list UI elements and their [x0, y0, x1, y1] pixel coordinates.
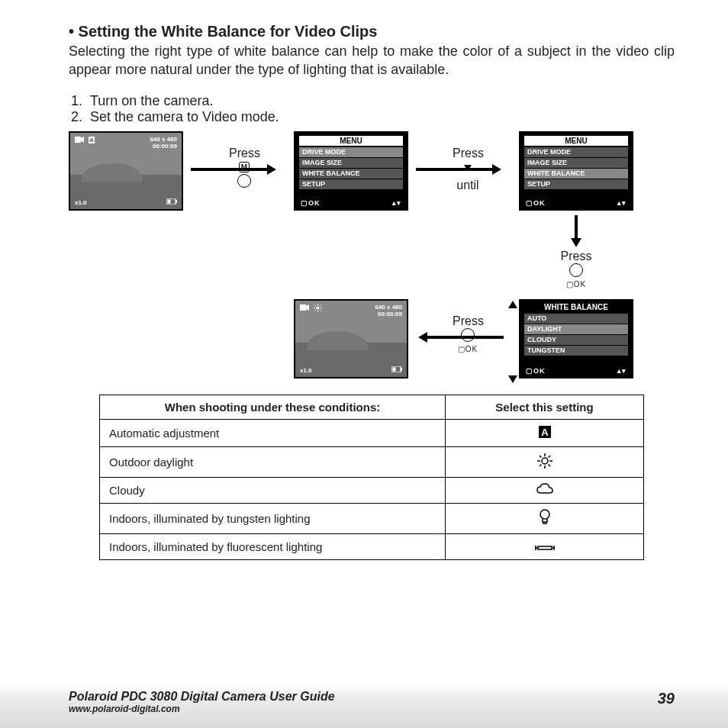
menu-item: AUTO	[524, 314, 628, 324]
svg-text:A: A	[541, 427, 549, 438]
up-triangle-icon	[508, 298, 517, 311]
svg-line-11	[320, 310, 321, 311]
arrow-icon	[427, 336, 504, 339]
zoom-level: x1.0	[75, 199, 87, 206]
menu-item: WHITE BALANCE	[299, 169, 403, 179]
auto-wb-icon: A	[89, 137, 95, 143]
section-heading: • Setting the White Balance for Video Cl…	[69, 23, 675, 40]
page-number: 39	[658, 690, 675, 728]
svg-point-19	[542, 458, 548, 464]
footer-title: Polaroid PDC 3080 Digital Camera User Gu…	[69, 690, 335, 704]
nav-icon: ▴▾	[392, 199, 401, 207]
fluorescent-icon	[533, 541, 556, 554]
condition-cell: Indoors, illuminated by fluorescent ligh…	[100, 534, 446, 560]
ok-label: ▢OK	[526, 367, 546, 375]
svg-line-13	[320, 304, 321, 306]
rec-time: 00:00:09	[375, 311, 402, 318]
lcd-video-preview: A 640 x 480 00:00:09 x1.0	[69, 131, 183, 211]
arrow-icon	[575, 215, 578, 238]
svg-rect-15	[401, 368, 402, 371]
svg-line-12	[315, 310, 317, 311]
menu-item: TUNGSTEN	[524, 346, 628, 356]
arrow-icon	[191, 168, 267, 171]
nav-icon: ▴▾	[617, 367, 627, 375]
svg-rect-30	[538, 546, 552, 549]
table-row: Indoors, illuminated by fluorescent ligh…	[100, 534, 644, 560]
svg-line-26	[540, 464, 542, 466]
nav-icon: ▴▾	[617, 199, 627, 207]
svg-rect-16	[393, 367, 396, 371]
bulb-icon	[539, 509, 551, 528]
rec-time: 00:00:09	[150, 143, 177, 150]
battery-icon	[166, 198, 177, 206]
menu-item: SETUP	[524, 179, 628, 189]
icon-cell	[446, 446, 644, 477]
lcd-menu-2: MENU DRIVE MODE IMAGE SIZE WHITE BALANCE…	[519, 131, 633, 211]
menu-title: MENU	[524, 136, 628, 146]
press-label: Press ▢OK	[453, 314, 483, 353]
ok-label: ▢OK	[526, 199, 546, 207]
lcd-wb-menu: WHITE BALANCE AUTO DAYLIGHT CLOUDY TUNGS…	[519, 299, 633, 378]
video-icon	[300, 304, 309, 313]
down-triangle-icon	[508, 372, 517, 386]
svg-rect-3	[168, 199, 171, 203]
cloud-icon	[536, 483, 554, 498]
svg-line-24	[540, 456, 542, 458]
menu-item: IMAGE SIZE	[299, 158, 403, 168]
zoom-level: x1.0	[300, 367, 312, 374]
svg-rect-0	[75, 137, 81, 143]
button-icon	[461, 328, 475, 342]
icon-cell: A	[446, 419, 644, 446]
table-row: Indoors, illuminated by tungsten lightin…	[100, 504, 644, 534]
intro-text: Selecting the right type of white balanc…	[69, 42, 675, 79]
menu-title: MENU	[299, 136, 403, 146]
table-row: Automatic adjustment A	[100, 419, 644, 446]
sun-icon	[536, 453, 553, 472]
footer-url: www.polaroid-digital.com	[69, 704, 335, 714]
daylight-wb-icon	[314, 304, 322, 314]
resolution: 640 x 480	[375, 304, 402, 311]
condition-cell: Indoors, illuminated by tungsten lightin…	[100, 504, 446, 534]
menu-title: WHITE BALANCE	[524, 301, 628, 312]
table-header: When shooting under these conditions:	[100, 395, 446, 419]
resolution: 640 x 480	[150, 136, 177, 143]
menu-item: WHITE BALANCE	[524, 169, 628, 179]
svg-point-28	[540, 510, 549, 519]
auto-icon: A	[538, 425, 552, 441]
step-num: 1.	[69, 93, 90, 109]
menu-item: DAYLIGHT	[524, 324, 628, 334]
table-row: Cloudy	[100, 477, 644, 504]
page-footer: Polaroid PDC 3080 Digital Camera User Gu…	[0, 684, 728, 728]
svg-line-10	[315, 304, 317, 306]
icon-cell	[446, 477, 644, 504]
condition-cell: Automatic adjustment	[100, 419, 446, 446]
svg-line-25	[548, 464, 550, 466]
battery-icon	[391, 366, 402, 374]
ok-label: ▢OK	[301, 199, 321, 207]
lcd-menu-1: MENU DRIVE MODE IMAGE SIZE WHITE BALANCE…	[294, 131, 408, 211]
table-header: Select this setting	[446, 395, 644, 419]
icon-cell	[446, 504, 644, 534]
step-text: Set the camera to Video mode.	[90, 109, 279, 125]
svg-point-5	[317, 306, 320, 309]
table-row: Outdoor daylight	[100, 446, 644, 477]
menu-item: DRIVE MODE	[524, 147, 628, 157]
button-icon	[569, 263, 583, 277]
menu-item: CLOUDY	[524, 335, 628, 345]
button-icon	[237, 174, 251, 188]
condition-cell: Outdoor daylight	[100, 446, 446, 477]
flow-diagram: A 640 x 480 00:00:09 x1.0 Press M MENU D…	[69, 131, 675, 379]
svg-rect-2	[176, 200, 177, 203]
menu-item: DRIVE MODE	[299, 147, 403, 157]
icon-cell	[446, 534, 644, 560]
step-num: 2.	[69, 109, 90, 125]
condition-cell: Cloudy	[100, 477, 446, 504]
lcd-video-preview-wb: 640 x 480 00:00:09 x1.0	[294, 299, 408, 378]
menu-item: SETUP	[299, 179, 403, 189]
menu-item: IMAGE SIZE	[524, 158, 628, 168]
steps-list: 1.Turn on the camera. 2.Set the camera t…	[69, 93, 675, 125]
press-label: Press ▢OK	[557, 250, 595, 288]
arrow-icon	[416, 168, 492, 171]
svg-line-27	[548, 456, 550, 458]
step-text: Turn on the camera.	[90, 93, 213, 109]
